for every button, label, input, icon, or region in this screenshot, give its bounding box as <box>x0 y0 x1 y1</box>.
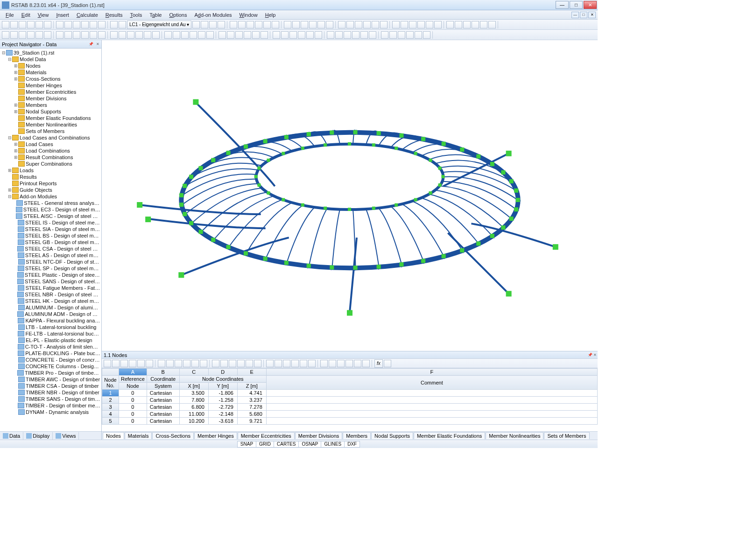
toolbar-button[interactable] <box>263 21 271 28</box>
tree-sets-of-members[interactable]: Sets of Members <box>0 128 101 134</box>
toolbar-button[interactable] <box>360 31 368 39</box>
cell-z[interactable]: 9.721 <box>237 418 266 425</box>
table-row[interactable]: 4 0 Cartesian 11.000 -2.148 5.680 <box>102 411 598 418</box>
tree-materials[interactable]: ⊞Materials <box>0 69 101 76</box>
menu-calculate[interactable]: Calculate <box>73 11 102 19</box>
toolbar-button[interactable] <box>417 21 425 28</box>
tree-module[interactable]: STEEL Fatigue Members - Fatigue <box>0 285 101 291</box>
toolbar-button[interactable] <box>247 21 254 28</box>
col-f[interactable]: F <box>266 369 597 376</box>
tree-module[interactable]: TIMBER SANS - Design of timber <box>0 396 101 402</box>
tree-module[interactable]: STEEL BS - Design of steel members <box>0 232 101 239</box>
toolbar-button[interactable] <box>381 31 388 39</box>
col-b[interactable]: B <box>147 369 179 376</box>
table-tab-nodes[interactable]: Nodes <box>103 432 124 439</box>
tree-module[interactable]: TIMBER - Design of timber members <box>0 402 101 409</box>
toolbar-button[interactable] <box>273 31 280 39</box>
tree-module[interactable]: TIMBER AWC - Design of timber <box>0 376 101 383</box>
toolbar-button[interactable] <box>181 31 189 39</box>
row-number[interactable]: 3 <box>102 404 119 411</box>
cell-y[interactable]: -1.806 <box>208 390 237 397</box>
tree-module[interactable]: EL-PL - Elastic-plastic design <box>0 337 101 343</box>
tree-module[interactable]: C-TO-T - Analysis of limit slenderness <box>0 343 101 350</box>
tree-module[interactable]: ALUMINUM - Design of aluminum <box>0 304 101 311</box>
toolbar-button[interactable] <box>56 31 63 39</box>
tree-member-elastic-foundations[interactable]: Member Elastic Foundations <box>0 115 101 121</box>
menu-help[interactable]: Help <box>261 11 280 19</box>
toolbar-button[interactable] <box>284 21 291 28</box>
toolbar-button[interactable] <box>206 31 214 39</box>
table-tab-member-nonlinearities[interactable]: Member Nonlinearities <box>486 432 543 439</box>
nodes-table[interactable]: A B C D E F NodeNo. Reference Coordinate… <box>102 368 598 431</box>
toolbar-button[interactable] <box>98 21 106 28</box>
toolbar-button[interactable] <box>327 31 334 39</box>
toolbar-button[interactable] <box>362 360 370 367</box>
toolbar-button[interactable] <box>64 21 72 28</box>
toolbar-button[interactable] <box>246 360 253 367</box>
tree-module[interactable]: STEEL GB - Design of steel members <box>0 239 101 245</box>
navigator-tab-display[interactable]: Display <box>23 432 53 440</box>
mdi-close[interactable]: ✕ <box>588 12 596 18</box>
cell-comment[interactable] <box>266 404 597 411</box>
cell-y[interactable]: -2.729 <box>208 404 237 411</box>
tree-member-divisions[interactable]: Member Divisions <box>0 95 101 102</box>
menu-file[interactable]: File <box>2 11 18 19</box>
toolbar-button[interactable] <box>35 21 43 28</box>
tree-member-nonlinearities[interactable]: Member Nonlinearities <box>0 121 101 128</box>
loadcase-dropdown[interactable]: LC1 - Eigengewicht und Au ▾ <box>127 21 191 29</box>
toolbar-button[interactable] <box>127 31 134 39</box>
table-tab-member-eccentricities[interactable]: Member Eccentricities <box>238 432 295 439</box>
tree-module[interactable]: STEEL - General stress analysis of steel… <box>0 200 101 206</box>
status-osnap[interactable]: OSNAP <box>298 441 321 448</box>
toolbar-button[interactable] <box>338 21 345 28</box>
toolbar-button[interactable] <box>455 21 462 28</box>
toolbar-button[interactable] <box>326 21 333 28</box>
row-number[interactable]: 1 <box>102 390 119 397</box>
toolbar-button[interactable] <box>44 31 51 39</box>
toolbar-button[interactable] <box>166 360 174 367</box>
cell-system[interactable]: Cartesian <box>147 397 179 404</box>
tree-module[interactable]: STEEL SANS - Design of steel members <box>0 278 101 285</box>
cell-x[interactable]: 11.000 <box>179 411 208 418</box>
toolbar-button[interactable] <box>337 360 345 367</box>
toolbar-button[interactable] <box>415 31 422 39</box>
toolbar-button[interactable] <box>488 21 496 28</box>
toolbar-button[interactable] <box>191 360 199 367</box>
toolbar-button[interactable] <box>19 31 26 39</box>
toolbar-button[interactable] <box>409 21 416 28</box>
toolbar-button[interactable] <box>344 31 351 39</box>
tree-result-combinations[interactable]: ⊞Result Combinations <box>0 154 101 161</box>
toolbar-button[interactable] <box>19 21 26 28</box>
toolbar-button[interactable] <box>238 21 246 28</box>
toolbar-button[interactable] <box>158 360 165 367</box>
toolbar-button[interactable] <box>2 21 9 28</box>
cell-ref[interactable]: 0 <box>119 411 147 418</box>
toolbar-button[interactable] <box>389 31 397 39</box>
table-tab-member-elastic-foundations[interactable]: Member Elastic Foundations <box>414 432 485 439</box>
model-viewport[interactable] <box>102 40 598 351</box>
toolbar-button[interactable] <box>237 360 245 367</box>
cell-ref[interactable]: 0 <box>119 397 147 404</box>
toolbar-button[interactable] <box>480 21 487 28</box>
toolbar-button[interactable] <box>10 21 18 28</box>
tree-module[interactable]: CONCRETE - Design of concrete <box>0 357 101 363</box>
toolbar-button[interactable] <box>137 360 145 367</box>
toolbar-button[interactable] <box>164 31 172 39</box>
toolbar-button[interactable] <box>212 360 219 367</box>
maximize-button[interactable]: □ <box>570 1 583 9</box>
toolbar-button[interactable] <box>434 21 442 28</box>
toolbar-button[interactable] <box>355 21 362 28</box>
formula-button[interactable] <box>384 360 391 367</box>
cell-x[interactable]: 6.800 <box>179 404 208 411</box>
mdi-minimize[interactable]: — <box>571 12 579 18</box>
tree-module[interactable]: DYNAM - Dynamic analysis <box>0 409 101 415</box>
toolbar-button[interactable] <box>320 360 328 367</box>
status-snap[interactable]: SNAP <box>237 441 256 448</box>
toolbar-button[interactable] <box>73 31 80 39</box>
col-e[interactable]: E <box>237 369 266 376</box>
toolbar-button[interactable] <box>309 21 317 28</box>
toolbar-button[interactable] <box>363 21 371 28</box>
toolbar-button[interactable] <box>201 21 208 28</box>
tree-super-combinations[interactable]: Super Combinations <box>0 161 101 167</box>
toolbar-button[interactable] <box>298 31 305 39</box>
